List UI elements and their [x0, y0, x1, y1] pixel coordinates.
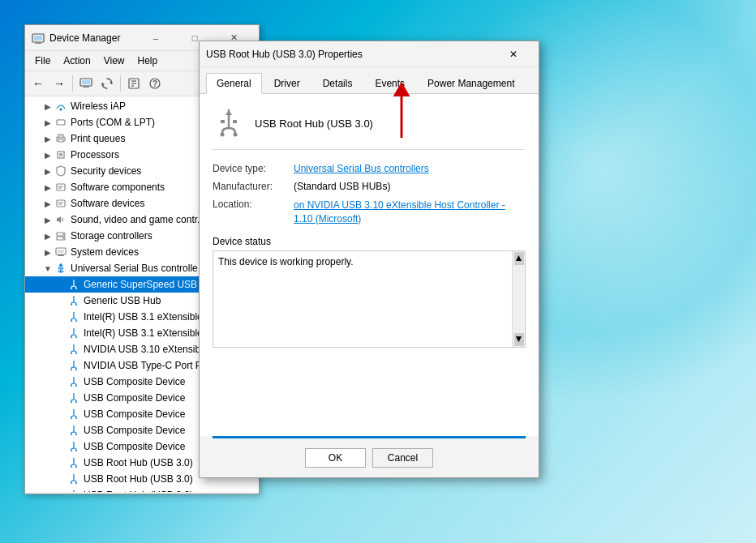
- svg-point-45: [71, 320, 72, 322]
- svg-point-55: [71, 401, 72, 403]
- cpu-icon: [54, 148, 67, 161]
- svg-marker-9: [102, 83, 105, 86]
- help-button[interactable]: ?: [145, 74, 165, 93]
- expander-sw-components: ▶: [41, 183, 54, 192]
- expander-sound: ▶: [41, 216, 54, 224]
- menu-action[interactable]: Action: [57, 53, 97, 69]
- sound-icon: [54, 213, 67, 226]
- device-status-box: This device is working properly. ▲ ▼: [213, 250, 526, 348]
- svg-rect-31: [57, 218, 58, 221]
- usb-device-icon-3: [67, 310, 80, 323]
- tab-details[interactable]: Details: [312, 73, 363, 94]
- dialog-close-button[interactable]: ✕: [495, 45, 532, 64]
- manufacturer-value: (Standard USB HUBs): [294, 181, 526, 192]
- minimize-button[interactable]: –: [137, 30, 174, 46]
- expander-security: ▶: [41, 167, 54, 176]
- svg-point-61: [71, 450, 72, 451]
- svg-rect-38: [58, 254, 63, 255]
- svg-point-57: [71, 417, 72, 419]
- svg-point-47: [71, 336, 72, 338]
- computer-icon-btn[interactable]: [76, 74, 96, 93]
- menu-view[interactable]: View: [97, 53, 131, 69]
- back-button[interactable]: ←: [28, 74, 48, 93]
- dialog-tabs: General Driver Details Events Power Mana…: [200, 67, 539, 94]
- svg-rect-5: [82, 80, 90, 84]
- tab-general[interactable]: General: [206, 73, 262, 94]
- device-manager-icon: [32, 32, 45, 45]
- svg-rect-39: [58, 255, 64, 256]
- ok-button[interactable]: OK: [305, 448, 366, 468]
- cancel-button[interactable]: Cancel: [372, 448, 433, 468]
- forward-button[interactable]: →: [49, 74, 69, 93]
- menu-help[interactable]: Help: [131, 53, 165, 69]
- software-components-icon: [54, 181, 67, 194]
- svg-point-49: [71, 353, 72, 354]
- svg-point-52: [75, 369, 77, 370]
- svg-point-16: [60, 109, 62, 111]
- sw-devices-label: Software devices: [71, 198, 144, 209]
- usb-root3-label: USB Root Hub (USB 3.0): [84, 490, 193, 492]
- nvidia-usb-label: NVIDIA USB 3.10 eXtensib...: [84, 344, 208, 355]
- svg-marker-8: [110, 81, 112, 84]
- properties-dialog: USB Root Hub (USB 3.0) Properties ✕ Gene…: [199, 41, 539, 478]
- svg-marker-71: [226, 110, 232, 115]
- device-type-value[interactable]: Universal Serial Bus controllers: [294, 163, 526, 174]
- print-label: Print queues: [71, 133, 125, 144]
- usb-comp2-label: USB Composite Device: [84, 392, 185, 404]
- location-label: Location:: [213, 199, 294, 210]
- refresh-button[interactable]: [97, 74, 117, 93]
- device-status-label: Device status: [213, 236, 526, 247]
- svg-point-42: [75, 288, 77, 289]
- usb-device-icon-7: [67, 375, 80, 388]
- status-scrollbar[interactable]: ▲ ▼: [512, 251, 525, 347]
- device-status-text: This device is working properly.: [218, 256, 354, 267]
- svg-point-40: [60, 272, 62, 273]
- toolbar-separator-2: [120, 75, 121, 92]
- usb-icon: [54, 262, 67, 275]
- svg-point-65: [71, 482, 72, 484]
- menu-file[interactable]: File: [28, 53, 57, 69]
- svg-point-59: [71, 434, 72, 435]
- usb-device-icon-13: [67, 472, 80, 485]
- svg-point-56: [75, 401, 77, 403]
- device-large-icon: [213, 107, 245, 139]
- device-manager-title: Device Manager: [49, 32, 137, 44]
- svg-rect-6: [84, 86, 88, 87]
- svg-point-50: [75, 353, 77, 354]
- usb-comp1-label: USB Composite Device: [84, 376, 185, 387]
- device-type-row: Device type: Universal Serial Bus contro…: [213, 163, 526, 174]
- scroll-down-arrow[interactable]: ▼: [514, 333, 524, 346]
- svg-point-64: [75, 466, 77, 468]
- expander-usb: ▼: [41, 264, 54, 273]
- ports-label: Ports (COM & LPT): [71, 117, 155, 128]
- tab-events[interactable]: Events: [364, 73, 415, 94]
- dialog-titlebar: USB Root Hub (USB 3.0) Properties ✕: [200, 41, 539, 67]
- sound-label: Sound, video and game contr...: [71, 214, 205, 225]
- device-name: USB Root Hub (USB 3.0): [255, 118, 373, 130]
- svg-point-51: [71, 369, 72, 370]
- svg-rect-73: [233, 120, 237, 123]
- expander-ports: ▶: [41, 118, 54, 127]
- location-row: Location: on NVIDIA USB 3.10 eXtensible …: [213, 199, 526, 226]
- tree-item-usb-root3[interactable]: USB Root Hub (USB 3.0): [25, 487, 259, 492]
- expander-storage: ▶: [41, 232, 54, 241]
- svg-point-54: [75, 385, 77, 387]
- sw-components-label: Software components: [71, 182, 165, 193]
- tab-driver[interactable]: Driver: [264, 73, 311, 94]
- usb-device-icon-1: [67, 278, 80, 291]
- properties-button[interactable]: [124, 74, 144, 93]
- svg-rect-2: [37, 42, 40, 43]
- intel-usb1-label: Intel(R) USB 3.1 eXtensible...: [84, 311, 211, 323]
- wireless-icon: [54, 100, 67, 113]
- svg-rect-21: [58, 135, 63, 138]
- device-status-section: Device status This device is working pro…: [213, 236, 526, 348]
- location-value[interactable]: on NVIDIA USB 3.10 eXtensible Host Contr…: [294, 199, 526, 226]
- usb-comp3-label: USB Composite Device: [84, 408, 185, 420]
- usb-device-icon-2: [67, 294, 80, 307]
- svg-rect-28: [57, 200, 65, 207]
- scroll-up-arrow[interactable]: ▲: [514, 252, 524, 265]
- usb-comp4-label: USB Composite Device: [84, 425, 185, 436]
- tab-power-management[interactable]: Power Management: [417, 73, 525, 94]
- usb-device-icon-8: [67, 391, 80, 404]
- usb-comp5-label: USB Composite Device: [84, 441, 185, 452]
